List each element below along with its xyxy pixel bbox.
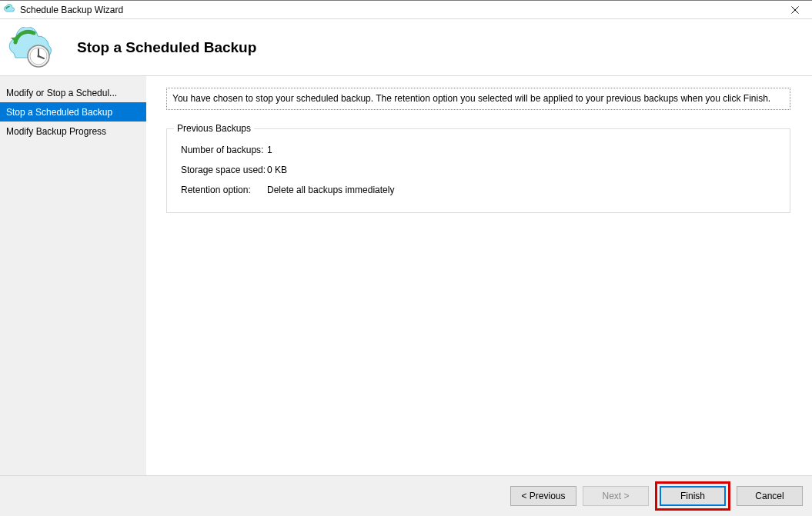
label-retention-option: Retention option: [181, 185, 267, 195]
info-text: You have chosen to stop your scheduled b… [166, 88, 790, 110]
row-storage-space: Storage space used: 0 KB [181, 165, 776, 175]
wizard-icon [5, 27, 54, 68]
main-panel: You have chosen to stop your scheduled b… [146, 76, 812, 475]
previous-backups-legend: Previous Backups [174, 123, 254, 134]
svg-point-8 [37, 55, 39, 57]
wizard-header: Stop a Scheduled Backup [0, 19, 812, 76]
step-modify-or-stop[interactable]: Modify or Stop a Schedul... [0, 83, 146, 102]
wizard-window: Schedule Backup Wizard Stop a Scheduled … [0, 0, 812, 516]
titlebar: Schedule Backup Wizard [0, 1, 812, 19]
value-retention-option: Delete all backups immediately [267, 185, 394, 195]
step-stop-scheduled-backup[interactable]: Stop a Scheduled Backup [0, 102, 146, 122]
step-modify-backup-progress[interactable]: Modify Backup Progress [0, 122, 146, 141]
window-title: Schedule Backup Wizard [20, 5, 777, 15]
previous-button[interactable]: < Previous [510, 486, 576, 506]
row-number-of-backups: Number of backups: 1 [181, 145, 776, 155]
finish-highlight: Finish [655, 481, 730, 511]
cancel-button[interactable]: Cancel [737, 486, 803, 506]
finish-button[interactable]: Finish [660, 486, 726, 506]
wizard-body: Modify or Stop a Schedul... Stop a Sched… [0, 76, 812, 475]
value-storage-space: 0 KB [267, 165, 287, 175]
previous-backups-group: Previous Backups Number of backups: 1 St… [166, 128, 790, 213]
app-icon [3, 4, 15, 16]
row-retention-option: Retention option: Delete all backups imm… [181, 185, 776, 195]
label-storage-space: Storage space used: [181, 165, 267, 175]
wizard-footer: < Previous Next > Finish Cancel [0, 475, 812, 516]
steps-sidebar: Modify or Stop a Schedul... Stop a Sched… [0, 76, 146, 475]
close-button[interactable] [777, 1, 812, 19]
page-title: Stop a Scheduled Backup [77, 39, 256, 56]
label-number-of-backups: Number of backups: [181, 145, 267, 155]
value-number-of-backups: 1 [267, 145, 272, 155]
next-button: Next > [583, 486, 649, 506]
